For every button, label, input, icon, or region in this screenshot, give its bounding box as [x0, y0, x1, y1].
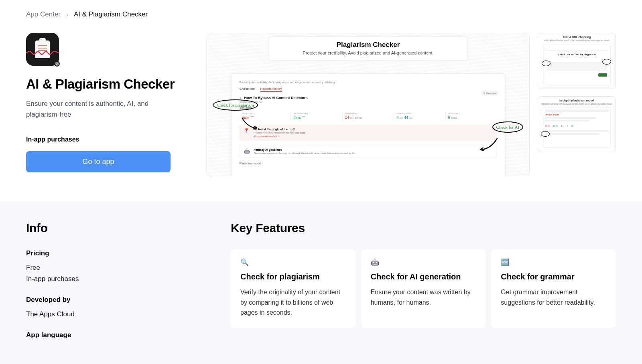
show-text-button: ≡ Show text [482, 91, 498, 95]
thumbnail-2[interactable]: In-depth plagiarism report Plagiarism de… [538, 96, 616, 152]
robot-icon: 🤖 [244, 148, 250, 154]
breadcrumb: App Center › AI & Plagiarism Checker [26, 0, 616, 33]
app-icon: ✓ [26, 33, 59, 66]
chevron-right-icon: › [66, 11, 68, 18]
feature-desc: Ensure your content was written by human… [371, 287, 476, 307]
app-title: AI & Plagiarism Checker [26, 77, 187, 91]
report-heading: Plagiarism report ↓ [240, 162, 497, 165]
metric-ai-label: AI Generated ↓ [293, 112, 339, 115]
thumb1-heading: Check URL or Text for plagiarism [545, 53, 609, 56]
hero-screenshot[interactable]: Plagiarism Checker Protect your credibil… [207, 33, 530, 177]
hero-tab-check: Check text [240, 87, 255, 92]
metric-gram-value: 0 [448, 115, 450, 119]
summary-heading: Summary ↓ [240, 106, 497, 109]
go-to-app-button[interactable]: Go to app [26, 151, 171, 172]
metric-time-label: Reading time ↓ [396, 112, 443, 115]
hero-article-date: 08/16/2023 11:00 AM [240, 101, 497, 103]
feature-desc: Get grammar improvement suggestions for … [501, 287, 606, 307]
metric-read-suffix: Very difficult [350, 117, 362, 119]
metric-ai-value: 25% ⌒ [293, 115, 339, 121]
metric-time-min: 4 [396, 115, 398, 119]
app-subtitle: Ensure your content is authentic, AI, an… [26, 99, 163, 120]
hero-subtitle: Protect your credibility. Avoid plagiari… [274, 51, 462, 55]
pricing-free: Free [26, 262, 211, 273]
finding1-link: 🔗 mydomain.com/url/ ↗ [253, 135, 306, 138]
pricing-heading: Pricing [26, 249, 211, 257]
metric-plag-label: Plagiarism ↓ [242, 112, 288, 115]
finding1-title: We found the origin of the text! [253, 128, 306, 131]
developer-heading: Developed by [26, 296, 211, 304]
feature-card-grammar: 🔤 Check for grammar Get grammar improvem… [491, 249, 616, 328]
feature-card-plagiarism: 🔍 Check for plagiarism Verify the origin… [231, 249, 356, 328]
hero-title: Plagiarism Checker [274, 41, 462, 49]
feature-title: Check for AI generation [371, 272, 476, 281]
breadcrumb-current: AI & Plagiarism Checker [74, 10, 148, 18]
check-badge-icon: ✓ [54, 61, 60, 67]
feature-title: Check for grammar [501, 272, 606, 281]
thumbnail-1[interactable]: Text & URL checking Add a piece of text … [538, 33, 616, 89]
metric-time-min-s: min [400, 117, 403, 119]
feature-card-ai: 🤖 Check for AI generation Ensure your co… [361, 249, 486, 328]
metric-time-sec-s: sec [409, 117, 412, 119]
metric-gram-label: Grammar ↓ [448, 112, 494, 115]
finding1-desc: This text is entirely taken from the fol… [253, 131, 306, 134]
finding2-desc: The content appears to be original, all … [254, 152, 355, 154]
language-heading: App language [26, 331, 211, 339]
arrow-icon [241, 117, 259, 131]
info-title: Info [26, 221, 211, 235]
features-title: Key Features [231, 221, 616, 235]
metric-gram-suffix: Errors [451, 117, 457, 119]
robot-icon: 🤖 [371, 258, 476, 267]
hero-article-title: ← How To Bypass AI Content Detectors [240, 96, 497, 100]
feature-title: Check for plagiarism [240, 272, 346, 281]
search-icon: 🔍 [240, 258, 346, 267]
pricing-iap: In-app purchases [26, 273, 211, 285]
hero-tab-reports: Reports history [260, 87, 282, 92]
thumb1-sub: Add a piece of text or a URL to run a co… [540, 39, 613, 42]
finding2-title: Partially AI generated [254, 148, 355, 151]
developer-name: The Apps Cloud [26, 309, 211, 320]
thumb2-sub: Plagiarism detector will scan your conte… [540, 103, 613, 105]
metric-read-value: 14 [345, 115, 349, 119]
hero-intro: Protect your credibility. Avoid plagiari… [240, 81, 497, 84]
metric-time-sec: 44 [404, 115, 408, 119]
thumb2-title: In-depth plagiarism report [540, 99, 613, 102]
thumb1-title: Text & URL checking [540, 36, 613, 38]
metric-read-label: Readability ↓ [345, 112, 391, 115]
feature-desc: Verify the originality of your content b… [240, 287, 346, 318]
annotation-left: Check for plagiarism [213, 99, 258, 111]
iap-label: In-app purchases [26, 136, 187, 143]
abc-icon: 🔤 [501, 258, 606, 267]
annotation-right: Check for AI [492, 121, 523, 133]
arrow-icon [477, 138, 499, 154]
breadcrumb-home[interactable]: App Center [26, 10, 61, 18]
